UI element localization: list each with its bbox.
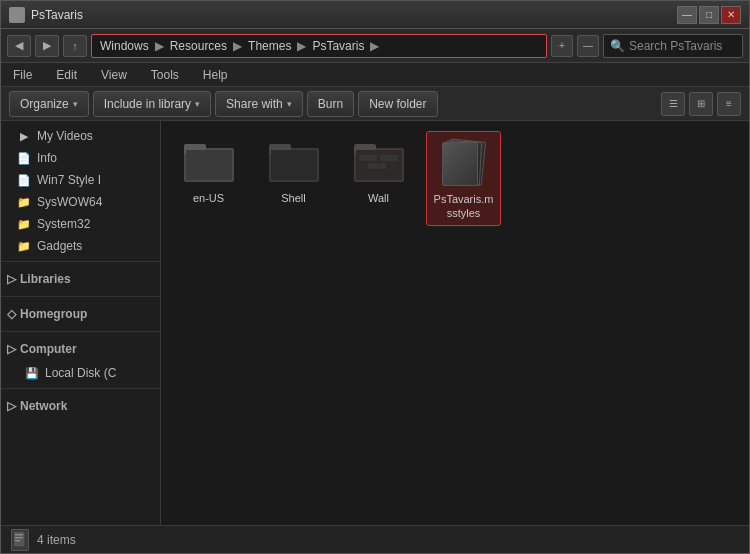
status-file-icon xyxy=(11,529,29,551)
search-box[interactable]: 🔍 Search PsTavaris xyxy=(603,34,743,58)
breadcrumb-pstavaris[interactable]: PsTavaris xyxy=(312,39,364,53)
menu-tools[interactable]: Tools xyxy=(147,66,183,84)
organize-button[interactable]: Organize ▾ xyxy=(9,91,89,117)
title-bar: PsTavaris — □ ✕ xyxy=(1,1,749,29)
sidebar-item-local-disk[interactable]: 💾 Local Disk (C xyxy=(1,362,160,384)
gadgets-icon: 📁 xyxy=(17,239,31,253)
system32-icon: 📁 xyxy=(17,217,31,231)
share-with-button[interactable]: Share with ▾ xyxy=(215,91,303,117)
sidebar-label-computer: Computer xyxy=(20,342,77,356)
share-with-label: Share with xyxy=(226,97,283,111)
sidebar-item-gadgets[interactable]: 📁 Gadgets xyxy=(1,235,160,257)
sidebar-item-system32[interactable]: 📁 System32 xyxy=(1,213,160,235)
svg-rect-14 xyxy=(15,537,23,539)
close-button[interactable]: ✕ xyxy=(721,6,741,24)
win7-icon: 📄 xyxy=(17,173,31,187)
share-with-caret: ▾ xyxy=(287,99,292,109)
sidebar-section-homegroup[interactable]: ◇ Homegroup xyxy=(1,301,160,327)
search-icon: 🔍 xyxy=(610,39,625,53)
sidebar-label-local-disk: Local Disk (C xyxy=(45,366,116,380)
svg-rect-5 xyxy=(271,150,317,180)
toolbar: Organize ▾ Include in library ▾ Share wi… xyxy=(1,87,749,121)
refresh-button[interactable]: + xyxy=(551,35,573,57)
svg-rect-11 xyxy=(368,163,386,169)
sidebar-item-info[interactable]: 📄 Info xyxy=(1,147,160,169)
shell-label: Shell xyxy=(281,191,305,205)
breadcrumb-themes[interactable]: Themes xyxy=(248,39,291,53)
sidebar: ▶ My Videos 📄 Info 📄 Win7 Style I 📁 SysW… xyxy=(1,121,161,525)
include-library-button[interactable]: Include in library ▾ xyxy=(93,91,211,117)
my-videos-icon: ▶ xyxy=(17,129,31,143)
menu-view[interactable]: View xyxy=(97,66,131,84)
new-folder-label: New folder xyxy=(369,97,426,111)
syswow64-icon: 📁 xyxy=(17,195,31,209)
sidebar-section-network[interactable]: ▷ Network xyxy=(1,393,160,419)
file-item-pstavaris[interactable]: PsTavaris.msstyles xyxy=(426,131,501,226)
address-bar-right: + — xyxy=(551,35,599,57)
address-bar-row: ◀ ▶ ↑ Windows ▶ Resources ▶ Themes ▶ PsT… xyxy=(1,29,749,63)
sidebar-label-network: Network xyxy=(20,399,67,413)
title-bar-left: PsTavaris xyxy=(9,7,83,23)
en-us-label: en-US xyxy=(193,191,224,205)
search-placeholder: Search PsTavaris xyxy=(629,39,722,53)
include-library-caret: ▾ xyxy=(195,99,200,109)
toolbar-right: ☰ ⊞ ≡ xyxy=(661,92,741,116)
sidebar-label-libraries: Libraries xyxy=(20,272,71,286)
view-details-button[interactable]: ☰ xyxy=(661,92,685,116)
file-item-shell[interactable]: Shell xyxy=(256,131,331,226)
sidebar-label-syswow64: SysWOW64 xyxy=(37,195,102,209)
sidebar-item-syswow64[interactable]: 📁 SysWOW64 xyxy=(1,191,160,213)
sidebar-section-libraries[interactable]: ▷ Libraries xyxy=(1,266,160,292)
status-count: 4 items xyxy=(37,533,76,547)
address-bar[interactable]: Windows ▶ Resources ▶ Themes ▶ PsTavaris… xyxy=(91,34,547,58)
file-item-en-us[interactable]: en-US xyxy=(171,131,246,226)
file-item-wall[interactable]: Wall xyxy=(341,131,416,226)
svg-rect-10 xyxy=(380,155,398,161)
burn-button[interactable]: Burn xyxy=(307,91,354,117)
forward-button[interactable]: ▶ xyxy=(35,35,59,57)
file-area: en-US Shell xyxy=(161,121,749,525)
sidebar-label-info: Info xyxy=(37,151,57,165)
menu-file[interactable]: File xyxy=(9,66,36,84)
sidebar-label-system32: System32 xyxy=(37,217,90,231)
homegroup-expand-icon: ◇ xyxy=(7,307,16,321)
up-button[interactable]: ↑ xyxy=(63,35,87,57)
window-icon xyxy=(9,7,25,23)
menu-help[interactable]: Help xyxy=(199,66,232,84)
shell-icon xyxy=(268,135,320,187)
pstavaris-icon xyxy=(438,136,490,188)
sidebar-label-win7style: Win7 Style I xyxy=(37,173,101,187)
minimize-button[interactable]: — xyxy=(677,6,697,24)
breadcrumb-resources[interactable]: Resources xyxy=(170,39,227,53)
organize-caret: ▾ xyxy=(73,99,78,109)
sidebar-section-computer[interactable]: ▷ Computer xyxy=(1,336,160,362)
maximize-button[interactable]: □ xyxy=(699,6,719,24)
network-expand-icon: ▷ xyxy=(7,399,16,413)
svg-rect-9 xyxy=(359,155,377,161)
sidebar-label-my-videos: My Videos xyxy=(37,129,93,143)
local-disk-icon: 💾 xyxy=(25,366,39,380)
libraries-expand-icon: ▷ xyxy=(7,272,16,286)
info-icon: 📄 xyxy=(17,151,31,165)
sidebar-item-win7style[interactable]: 📄 Win7 Style I xyxy=(1,169,160,191)
view-list-button[interactable]: ≡ xyxy=(717,92,741,116)
include-library-label: Include in library xyxy=(104,97,191,111)
sidebar-label-homegroup: Homegroup xyxy=(20,307,87,321)
sidebar-item-my-videos[interactable]: ▶ My Videos xyxy=(1,125,160,147)
computer-expand-icon: ▷ xyxy=(7,342,16,356)
sidebar-divider-3 xyxy=(1,331,160,332)
view-icons-button[interactable]: ⊞ xyxy=(689,92,713,116)
organize-label: Organize xyxy=(20,97,69,111)
new-folder-button[interactable]: New folder xyxy=(358,91,437,117)
main-content: ▶ My Videos 📄 Info 📄 Win7 Style I 📁 SysW… xyxy=(1,121,749,525)
sidebar-divider-1 xyxy=(1,261,160,262)
breadcrumb-windows[interactable]: Windows xyxy=(100,39,149,53)
svg-rect-15 xyxy=(15,540,20,542)
status-bar: 4 items xyxy=(1,525,749,553)
explorer-window: PsTavaris — □ ✕ ◀ ▶ ↑ Windows ▶ Resource… xyxy=(0,0,750,554)
wall-icon xyxy=(353,135,405,187)
back-button[interactable]: ◀ xyxy=(7,35,31,57)
svg-rect-13 xyxy=(15,534,23,536)
prev-button[interactable]: — xyxy=(577,35,599,57)
menu-edit[interactable]: Edit xyxy=(52,66,81,84)
